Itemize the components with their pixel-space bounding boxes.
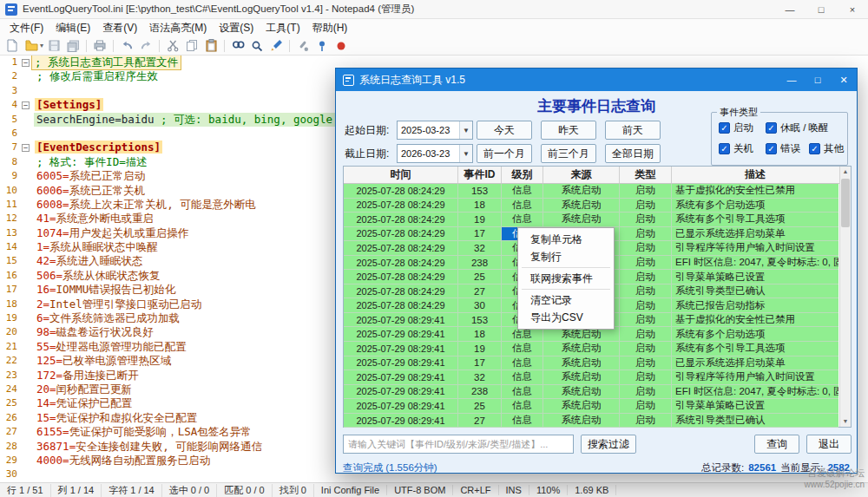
table-cell[interactable]: 17 xyxy=(458,227,502,242)
col-time[interactable]: 时间 xyxy=(344,167,458,183)
dialog-titlebar[interactable]: 系统日志查询工具 v1.5 — □ ✕ xyxy=(336,69,857,91)
table-cell[interactable]: 系统启动 xyxy=(543,370,620,385)
table-cell[interactable]: 启动 xyxy=(620,284,672,299)
table-cell[interactable]: 信息 xyxy=(502,342,543,356)
open-file-icon[interactable] xyxy=(23,38,40,54)
table-cell[interactable]: 启动 xyxy=(620,327,672,342)
table-cell[interactable]: 启动 xyxy=(620,213,672,227)
table-cell[interactable]: 系统启动 xyxy=(543,342,620,356)
menu-file[interactable]: 文件(F) xyxy=(3,19,49,37)
end-date-dropdown-icon[interactable]: ▼ xyxy=(459,145,472,162)
table-cell[interactable]: 系统有多个启动选项 xyxy=(672,199,838,213)
table-cell[interactable]: 基于虚拟化的安全性已禁用 xyxy=(672,313,838,328)
table-cell[interactable]: 2025-07-28 08:24:29 xyxy=(344,284,458,299)
table-cell[interactable]: 引导菜单策略已设置 xyxy=(672,270,838,284)
undo-icon[interactable] xyxy=(118,38,135,54)
open-dropdown-icon[interactable]: ▾ xyxy=(40,42,43,49)
start-date-picker[interactable]: 2025-03-23 ▼ xyxy=(397,121,473,140)
table-cell[interactable]: 2025-07-28 08:24:29 xyxy=(344,227,458,242)
table-cell[interactable]: 信息 xyxy=(502,414,543,428)
table-cell[interactable]: 系统启动 xyxy=(543,213,620,227)
table-row[interactable]: 2025-07-29 08:29:41238信息系统启动启动EFI 时区信息: … xyxy=(344,385,851,400)
end-date-picker[interactable]: 2026-03-23 ▼ xyxy=(397,144,473,163)
table-cell[interactable]: 信息 xyxy=(502,385,543,400)
edit-style-icon[interactable] xyxy=(267,38,285,54)
menu-scheme[interactable]: 语法高亮(M) xyxy=(143,19,213,37)
record-icon[interactable] xyxy=(332,38,350,54)
table-row[interactable]: 2025-07-29 08:29:4117信息系统启动启动已显示系统选择启动菜单 xyxy=(344,356,851,371)
table-cell[interactable]: 信息 xyxy=(502,199,543,213)
checkbox-other[interactable]: ✓其他 xyxy=(809,142,844,155)
scroll-up-icon[interactable]: ▲ xyxy=(840,167,851,177)
table-cell[interactable]: 启动 xyxy=(620,385,672,400)
table-cell[interactable]: 信息 xyxy=(502,370,543,385)
table-row[interactable]: 2025-07-29 08:29:4119信息系统启动启动系统有多个引导工具选项 xyxy=(344,342,851,356)
last-3-months-button[interactable]: 前三个月 xyxy=(541,144,596,163)
table-cell[interactable]: 启动 xyxy=(620,184,672,199)
wrench-icon[interactable] xyxy=(294,38,312,54)
table-cell[interactable]: 25 xyxy=(458,399,502,414)
table-cell[interactable]: 系统有多个启动选项 xyxy=(672,327,838,342)
table-cell[interactable]: 引导菜单策略已设置 xyxy=(672,399,838,414)
table-cell[interactable]: 2025-07-28 08:24:29 xyxy=(344,270,458,284)
table-cell[interactable]: 启动 xyxy=(620,356,672,371)
dialog-maximize-button[interactable]: □ xyxy=(805,69,831,91)
table-cell[interactable]: 2025-07-28 08:24:29 xyxy=(344,213,458,227)
yesterday-button[interactable]: 昨天 xyxy=(541,121,596,140)
table-cell[interactable]: 27 xyxy=(458,284,502,299)
keyword-search-input[interactable] xyxy=(343,435,574,454)
table-cell[interactable]: 启动 xyxy=(620,241,672,256)
table-cell[interactable]: 系统启动 xyxy=(543,399,620,414)
table-cell[interactable]: 2025-07-29 08:29:41 xyxy=(344,399,458,414)
notepad-minimize-button[interactable]: — xyxy=(774,0,806,19)
table-cell[interactable]: 基于虚拟化的安全性已禁用 xyxy=(672,184,838,199)
table-row[interactable]: 2025-07-29 08:29:4125信息系统启动启动引导菜单策略已设置 xyxy=(344,399,851,414)
table-cell[interactable]: 2025-07-29 08:29:41 xyxy=(344,313,458,328)
table-cell[interactable]: 系统引导类型已确认 xyxy=(672,284,838,299)
menu-settings[interactable]: 设置(S) xyxy=(213,19,260,37)
table-cell[interactable]: 启动 xyxy=(620,298,672,313)
table-cell[interactable]: 18 xyxy=(458,327,502,342)
menu-item-export-csv[interactable]: 导出为CSV xyxy=(518,309,614,326)
fold-marker-icon[interactable]: − xyxy=(22,144,30,152)
search-filter-button[interactable]: 搜索过滤 xyxy=(581,435,636,454)
pin-icon[interactable] xyxy=(313,38,331,54)
checkbox-sleep-wake[interactable]: ✓休眠 / 唤醒 xyxy=(766,121,829,134)
menu-item-copy-cell[interactable]: 复制单元格 xyxy=(518,231,614,248)
all-dates-button[interactable]: 全部日期 xyxy=(605,144,661,163)
col-level[interactable]: 级别 xyxy=(502,167,543,183)
redo-icon[interactable] xyxy=(137,38,155,54)
table-cell[interactable]: 32 xyxy=(458,370,502,385)
col-description[interactable]: 描述 xyxy=(672,167,838,183)
table-row[interactable]: 2025-07-29 08:29:4127信息系统启动启动系统引导类型已确认 xyxy=(344,414,851,428)
table-cell[interactable]: 153 xyxy=(458,313,502,328)
menu-help[interactable]: 帮助(H) xyxy=(306,19,354,37)
table-cell[interactable]: 2025-07-29 08:29:41 xyxy=(344,327,458,342)
table-cell[interactable]: 系统启动 xyxy=(543,184,620,199)
scrollbar-thumb[interactable] xyxy=(841,179,850,227)
table-cell[interactable]: 2025-07-29 08:29:41 xyxy=(344,342,458,356)
col-source[interactable]: 来源 xyxy=(543,167,620,183)
query-button[interactable]: 查询 xyxy=(754,435,799,454)
notepad-maximize-button[interactable]: □ xyxy=(806,0,837,19)
table-cell[interactable]: 30 xyxy=(458,298,502,313)
table-cell[interactable]: 238 xyxy=(458,385,502,400)
table-cell[interactable]: 18 xyxy=(458,199,502,213)
table-row[interactable]: 2025-07-29 08:29:4132信息系统启动启动引导程序等待用户输入时… xyxy=(344,370,851,385)
table-cell[interactable]: 系统引导类型已确认 xyxy=(672,414,838,428)
today-button[interactable]: 今天 xyxy=(477,121,532,140)
table-cell[interactable]: 引导程序等待用户输入时间设置 xyxy=(672,241,838,256)
table-cell[interactable]: 17 xyxy=(458,356,502,371)
dialog-close-button[interactable]: ✕ xyxy=(831,69,857,91)
table-cell[interactable]: 启动 xyxy=(620,370,672,385)
table-cell[interactable]: 32 xyxy=(458,241,502,256)
fold-marker-icon[interactable]: − xyxy=(22,59,30,67)
table-cell[interactable]: 2025-07-28 08:24:29 xyxy=(344,298,458,313)
table-cell[interactable]: 27 xyxy=(458,414,502,428)
table-row[interactable]: 2025-07-28 08:24:29153信息系统启动启动基于虚拟化的安全性已… xyxy=(344,184,851,199)
table-cell[interactable]: 启动 xyxy=(620,414,672,428)
dialog-minimize-button[interactable]: — xyxy=(779,69,805,91)
table-cell[interactable]: 19 xyxy=(458,213,502,227)
scroll-down-icon[interactable]: ▼ xyxy=(840,416,851,427)
table-cell[interactable]: 系统启动 xyxy=(543,356,620,371)
